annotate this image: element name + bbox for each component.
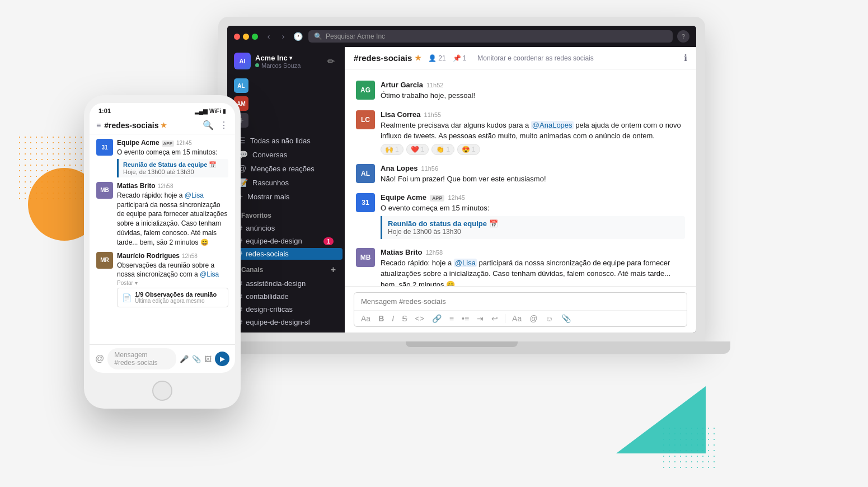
help-button[interactable]: ?: [677, 30, 689, 43]
channel-item-redes-sociais[interactable]: # redes-sociais: [229, 248, 342, 260]
avatar-lisa: LC: [356, 110, 375, 129]
phone-meeting-time: Hoje, de 13h00 até 13h30: [123, 168, 224, 175]
nav-item-unread[interactable]: ☰ Todas as não lidas: [229, 134, 342, 147]
traffic-lights: [234, 34, 258, 40]
phone-mic-icon[interactable]: 🎤: [180, 355, 189, 363]
favorites-header-left: ▾ Favoritos: [236, 212, 271, 219]
back-button[interactable]: ‹: [262, 30, 275, 43]
history-button[interactable]: 🕐: [292, 30, 304, 43]
workspace-header[interactable]: AI Acme Inc ▾ Marcos Souza: [227, 47, 345, 75]
phone-search-icon[interactable]: 🔍: [203, 120, 214, 130]
nav-label-convs: Conversas: [252, 151, 287, 159]
user-avatar-al[interactable]: AL: [232, 77, 340, 94]
italic-button[interactable]: I: [390, 313, 396, 324]
phone-clip-icon[interactable]: 📎: [192, 355, 201, 363]
channel-info-button[interactable]: ℹ: [684, 53, 687, 63]
attach-button[interactable]: 📎: [559, 313, 573, 324]
members-icon: 👤: [428, 54, 437, 62]
channels-section-header[interactable]: ▾ Canais +: [227, 260, 345, 277]
phone-meeting-card: Reunião de Status da equipe 📅 Hoje, de 1…: [117, 159, 228, 177]
phone-message-3: MR Maurício Rodrigues 12h58 Observações …: [96, 252, 228, 308]
phone-at-icon[interactable]: @: [95, 354, 104, 364]
add-channel-button[interactable]: +: [331, 265, 336, 275]
phone-home-button[interactable]: [152, 381, 172, 401]
channel-item-equipe-sf[interactable]: # equipe-de-design-sf: [229, 316, 342, 328]
msg-name-matias: Matias Brito: [381, 248, 422, 256]
nav-item-convs[interactable]: 💬 Conversas: [229, 148, 342, 161]
channel-header: #redes-sociais ★ 👤 21 📌 1: [345, 47, 696, 69]
phone-avatar-1: 31: [96, 139, 113, 156]
channel-item-assistencia[interactable]: # assistência-design: [229, 278, 342, 289]
phone-send-button[interactable]: ▶: [215, 352, 229, 366]
channel-item-anuncios[interactable]: # anúncios: [229, 222, 342, 234]
tl-yellow[interactable]: [243, 34, 249, 40]
code-button[interactable]: <>: [412, 313, 426, 324]
user-avatar-am[interactable]: AM: [232, 95, 340, 112]
channel-item-contabilidade[interactable]: # contabilidade: [229, 291, 342, 302]
channel-item-equipe-design[interactable]: # equipe-de-design 1: [229, 235, 342, 247]
nav-item-drafts[interactable]: 📝 Rascunhos: [229, 176, 342, 189]
phone-file-attachment: 📄 1/9 Observações da reunião Última ediç…: [117, 288, 228, 307]
reaction-heart[interactable]: ❤️ 1: [406, 144, 429, 155]
emoji2-button[interactable]: ☺: [543, 313, 555, 324]
msg-content-lisa: Lisa Correa 11h55 Realmente precisava da…: [381, 110, 685, 155]
tl-red[interactable]: [234, 34, 240, 40]
forward-button[interactable]: ›: [277, 30, 289, 43]
phone-more-icon[interactable]: ⋮: [219, 120, 228, 130]
workspace-avatar: AI: [234, 53, 251, 69]
message-input-field[interactable]: [354, 293, 687, 310]
phone-postar-label: Postar ▾: [117, 280, 228, 286]
phone-image-icon[interactable]: 🖼: [204, 355, 212, 363]
search-bar[interactable]: 🔍 Pesquisar Acme Inc: [308, 30, 673, 43]
hamburger-icon[interactable]: ≡: [96, 121, 101, 130]
indent-button[interactable]: ⇥: [475, 313, 486, 324]
nav-item-more[interactable]: + Mostrar mais: [229, 190, 342, 203]
phone-msg-name-2: Matias Brito: [117, 182, 156, 190]
laptop-screen: ‹ › 🕐 🔍 Pesquisar Acme Inc ?: [227, 26, 696, 333]
compose-button[interactable]: ✏: [323, 54, 338, 68]
list-unordered-button[interactable]: •≡: [459, 313, 471, 324]
phone-channel-header: ≡ #redes-sociais ★ 🔍 ⋮: [90, 116, 235, 134]
channel-item-midia[interactable]: # mídia-e-rp: [229, 329, 342, 333]
channel-item-design-criticas[interactable]: # design-críticas: [229, 303, 342, 315]
reaction-clap[interactable]: 👏 1: [431, 144, 454, 155]
msg-text-matias: Recado rápido: hoje a @Lisa participará …: [381, 257, 685, 287]
favorites-section-header[interactable]: ▾ Favoritos: [227, 207, 345, 222]
workspace-chevron-icon: ▾: [289, 55, 292, 61]
reaction-hands[interactable]: 🙌 1: [381, 144, 403, 155]
toolbar-separator: [505, 314, 505, 323]
tl-green[interactable]: [252, 34, 258, 40]
channel-badge-equipe-design: 1: [323, 237, 334, 245]
bold-button[interactable]: B: [376, 313, 386, 324]
list-ordered-button[interactable]: ≡: [447, 313, 456, 324]
msg-text-lisa: Realmente precisava dar alguns kudos par…: [381, 120, 685, 142]
phone-avatar-3: MR: [96, 252, 113, 269]
phone-msg-header-2: Matias Brito 12h58: [117, 182, 228, 190]
online-dot-icon: [255, 63, 259, 67]
nav-item-mentions[interactable]: @ Menções e reações: [229, 162, 342, 175]
meta-members[interactable]: 👤 21: [428, 54, 445, 62]
phone-input-field[interactable]: Mensagem #redes-sociais: [107, 348, 176, 369]
laptop-container: ‹ › 🕐 🔍 Pesquisar Acme Inc ?: [218, 17, 705, 364]
text-format-button[interactable]: Aa: [510, 313, 524, 324]
search-icon: 🔍: [314, 32, 322, 40]
msg-header-ana: Ana Lopes 11h56: [381, 164, 685, 172]
channel-label-redes-sociais: redes-sociais: [246, 250, 289, 258]
msg-time-artur: 11h52: [426, 82, 444, 88]
channel-star-icon[interactable]: ★: [415, 54, 421, 62]
laptop-notch: [406, 341, 518, 347]
reaction-eyes[interactable]: 😍 1: [457, 144, 480, 155]
pin-icon: 📌: [453, 54, 461, 62]
search-placeholder: Pesquisar Acme Inc: [326, 32, 385, 40]
emoji-button[interactable]: @: [527, 313, 539, 324]
channel-label-equipe-sf: equipe-de-design-sf: [246, 318, 310, 326]
link-button[interactable]: 🔗: [430, 313, 444, 324]
channel-label-assistencia: assistência-design: [246, 279, 306, 288]
meta-pins[interactable]: 📌 1: [453, 54, 467, 62]
format-text-icon[interactable]: Aa: [359, 313, 373, 324]
phone-screen: 1:01 ▂▄▆ WiFi ▮ ≡ #redes-sociais ★ 🔍 ⋮: [90, 103, 235, 373]
phone-mention-2: @Lisa: [200, 270, 219, 278]
undo-button[interactable]: ↩: [489, 313, 500, 324]
strikethrough-button[interactable]: S: [400, 313, 409, 324]
phone-msg-badge-1: APP: [162, 141, 174, 147]
